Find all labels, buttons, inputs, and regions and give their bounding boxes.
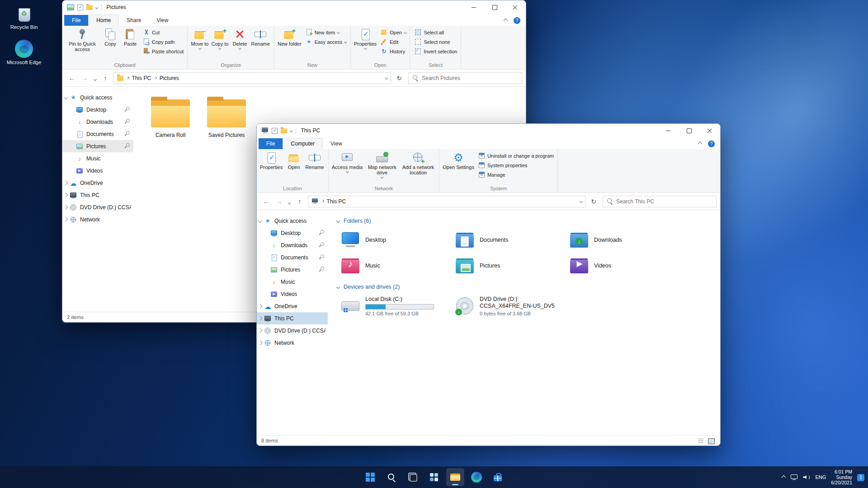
network-icon[interactable] (790, 474, 798, 480)
recent-locations-button[interactable] (286, 196, 293, 207)
ribbon-button[interactable]: History (379, 47, 408, 55)
titlebar[interactable]: Pictures (62, 0, 526, 14)
ribbon-button[interactable]: Properties (259, 150, 284, 185)
minimize-button[interactable] (658, 124, 679, 137)
tab-view[interactable]: View (149, 15, 176, 26)
sidebar-item-videos[interactable]: Videos (257, 288, 328, 300)
ribbon-button[interactable]: Open (379, 28, 408, 36)
back-button[interactable] (260, 196, 272, 207)
breadcrumb-root[interactable]: This PC (132, 75, 151, 81)
ribbon-button[interactable]: New item (304, 28, 349, 36)
sidebar-item-this-pc[interactable]: This PC (257, 312, 328, 324)
collapse-ribbon-icon[interactable] (504, 19, 508, 23)
sidebar-item-documents[interactable]: Documents (62, 128, 133, 140)
file-explorer-button[interactable] (446, 468, 464, 486)
sidebar-item-network[interactable]: Network (62, 213, 133, 225)
ribbon-button[interactable]: Access media (330, 150, 364, 185)
breadcrumb-current[interactable]: Pictures (160, 75, 179, 81)
ribbon-button[interactable]: Add a network location (400, 150, 436, 185)
sidebar-item-this-pc[interactable]: This PC (62, 189, 133, 201)
ribbon-button[interactable]: Rename (304, 150, 326, 185)
expander-icon[interactable] (64, 205, 68, 210)
help-icon[interactable] (708, 141, 715, 147)
sidebar-item-dvd-drive[interactable]: DVD Drive (D:) CCSA (62, 201, 133, 213)
sidebar-item-onedrive[interactable]: OneDrive (62, 177, 133, 189)
large-icons-view-button[interactable] (707, 437, 716, 445)
sidebar-item-music[interactable]: Music (257, 276, 328, 288)
drive-tile[interactable]: Local Disk (C:) 42.1 GB free of 59.3 GB (338, 294, 452, 318)
widgets-button[interactable] (425, 468, 443, 486)
folder-tile[interactable]: Documents (452, 228, 566, 252)
ribbon-button[interactable]: Copy (100, 27, 120, 61)
collapse-section-icon[interactable] (336, 285, 340, 289)
expander-icon[interactable] (258, 219, 263, 223)
ribbon-button[interactable]: Copy path (141, 38, 185, 46)
expander-icon[interactable] (258, 316, 263, 321)
expander-icon[interactable] (64, 181, 68, 185)
ribbon-button[interactable]: New folder (276, 27, 303, 61)
maximize-button[interactable] (679, 124, 699, 137)
tab-home[interactable]: Home (88, 14, 119, 26)
ribbon-button[interactable]: Open Settings (441, 150, 476, 185)
clock[interactable]: 6:01 PM Sunday 6/20/2021 (831, 469, 852, 485)
ribbon-button[interactable]: Delete (230, 27, 250, 61)
file-list[interactable]: Folders (6) Desktop Documents (328, 210, 720, 435)
ribbon-button[interactable]: Invert selection (413, 47, 459, 55)
refresh-button[interactable] (588, 196, 599, 207)
desktop-icon-recycle-bin[interactable]: Recycle Bin (5, 5, 42, 30)
sidebar-item-documents[interactable]: Documents (257, 251, 328, 263)
sidebar-item-pictures[interactable]: Pictures (62, 140, 133, 152)
minimize-button[interactable] (463, 0, 484, 14)
qat-customize-icon[interactable] (95, 6, 98, 9)
close-button[interactable] (699, 124, 720, 137)
ribbon-button[interactable]: Paste shortcut (141, 47, 185, 55)
sidebar-item-pictures[interactable]: Pictures (257, 263, 328, 276)
up-button[interactable] (294, 196, 306, 207)
collapse-section-icon[interactable] (336, 219, 340, 223)
tray-expand-icon[interactable] (782, 475, 786, 479)
start-button[interactable] (361, 468, 379, 486)
ribbon-button[interactable]: Copy to (210, 27, 230, 61)
folder-tile[interactable]: Music (338, 253, 452, 278)
ribbon-button[interactable]: Cut (141, 28, 185, 36)
tab-view[interactable]: View (323, 138, 350, 149)
forward-button[interactable] (79, 72, 90, 84)
sidebar-item-videos[interactable]: Videos (62, 164, 133, 177)
back-button[interactable] (66, 72, 78, 84)
refresh-button[interactable] (393, 72, 405, 84)
qat-customize-icon[interactable] (290, 129, 292, 132)
expander-icon[interactable] (258, 328, 263, 333)
ribbon-button[interactable]: Uninstall or change a program (476, 152, 556, 160)
sidebar-item-desktop[interactable]: Desktop (62, 103, 133, 116)
ribbon-button[interactable]: System properties (476, 161, 556, 169)
task-view-button[interactable] (404, 468, 422, 486)
drive-tile[interactable]: DVD Drive (D:) CCSA_X64FRE_EN-US_DV5 0 b… (452, 294, 566, 318)
address-dropdown-icon[interactable] (385, 76, 388, 79)
ribbon-button[interactable]: Rename (250, 27, 271, 61)
expander-icon[interactable] (258, 304, 263, 309)
folder-tile[interactable]: Videos (566, 253, 681, 278)
ribbon-button[interactable]: Manage (476, 171, 556, 178)
section-header-devices[interactable]: Devices and drives (2) (330, 281, 716, 293)
sidebar-item-quick-access[interactable]: Quick access (257, 215, 328, 227)
expander-icon[interactable] (258, 341, 263, 345)
forward-button[interactable] (273, 196, 285, 207)
folder-tile[interactable]: Pictures (452, 253, 566, 278)
recent-locations-button[interactable] (91, 72, 99, 84)
sidebar-item-desktop[interactable]: Desktop (257, 227, 328, 239)
sidebar-item-dvd-drive[interactable]: DVD Drive (D:) CCSA (257, 324, 328, 337)
ribbon-button[interactable]: Edit (379, 38, 408, 46)
desktop-icon-microsoft-edge[interactable]: Microsoft Edge (5, 40, 42, 65)
store-button[interactable] (489, 468, 507, 486)
file-item[interactable]: Camera Roll (145, 94, 196, 138)
expander-icon[interactable] (64, 217, 68, 222)
qat-new-folder-icon[interactable] (86, 5, 93, 10)
folder-tile[interactable]: Desktop (338, 228, 452, 252)
details-view-button[interactable] (696, 437, 705, 445)
ribbon-button[interactable]: Move to (189, 27, 210, 61)
volume-icon[interactable] (803, 474, 810, 480)
titlebar[interactable]: This PC (257, 124, 720, 137)
ribbon-button[interactable]: Select none (413, 38, 459, 46)
breadcrumb-root[interactable]: This PC (327, 198, 346, 205)
sidebar-item-onedrive[interactable]: OneDrive (257, 300, 328, 312)
